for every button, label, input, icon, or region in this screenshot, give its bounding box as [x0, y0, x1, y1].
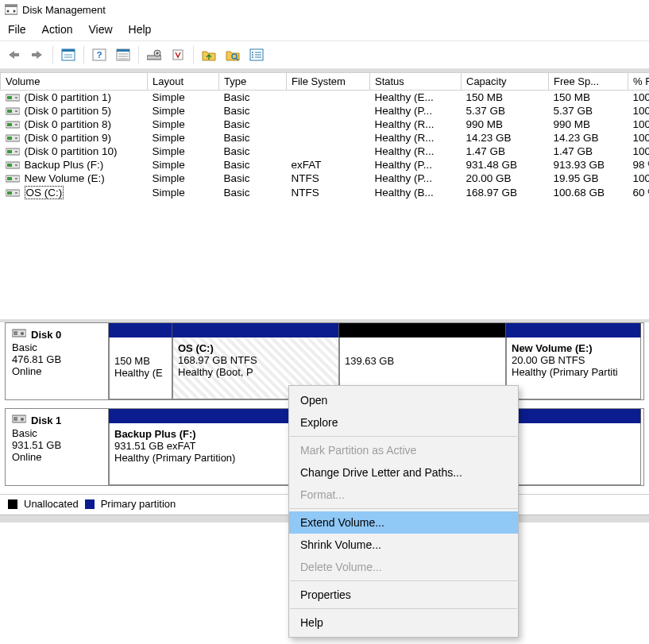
svg-rect-7	[62, 49, 75, 52]
menu-item[interactable]: Change Drive Letter and Paths...	[289, 461, 518, 484]
svg-rect-58	[14, 417, 17, 421]
volume-free: 14.23 GB	[549, 131, 628, 145]
volume-layout: Simple	[148, 91, 219, 105]
volume-status: Healthy (B...	[370, 185, 462, 200]
volume-type: Basic	[219, 172, 287, 185]
volume-row[interactable]: (Disk 0 partition 1)SimpleBasicHealthy (…	[1, 91, 650, 105]
view-icon[interactable]	[113, 44, 133, 65]
forward-button[interactable]	[27, 44, 48, 65]
column-header[interactable]: Layout	[148, 73, 219, 91]
column-header[interactable]: % Free	[628, 73, 650, 91]
svg-rect-50	[15, 178, 17, 179]
menu-view[interactable]: View	[88, 23, 112, 36]
window-title: Disk Management	[22, 4, 106, 16]
volume-fs	[287, 104, 370, 118]
menu-item[interactable]: Open	[289, 389, 518, 411]
drive-icon	[6, 133, 20, 143]
volume-layout: Simple	[148, 104, 219, 118]
volume-row[interactable]: New Volume (E:)SimpleBasicNTFSHealthy (P…	[1, 172, 650, 185]
volume-free: 150 MB	[549, 91, 628, 105]
svg-point-24	[252, 52, 253, 53]
svg-rect-41	[15, 137, 17, 139]
list-icon[interactable]	[246, 44, 267, 65]
volume-list[interactable]: VolumeLayoutTypeFile SystemStatusCapacit…	[0, 69, 649, 322]
volume-type: Basic	[219, 104, 287, 118]
volume-type: Basic	[219, 158, 287, 172]
volume-capacity: 990 MB	[462, 118, 549, 131]
volume-fs: NTFS	[287, 185, 370, 200]
menubar: File Action View Help	[0, 21, 649, 41]
volume-capacity: 168.97 GB	[462, 185, 549, 200]
partition[interactable]: 150 MBHealthy (E	[109, 337, 172, 399]
volume-pct: 100 %	[628, 104, 650, 118]
refresh-icon[interactable]	[168, 44, 188, 65]
column-header[interactable]: Capacity	[462, 73, 549, 91]
volume-status: Healthy (P...	[370, 158, 462, 172]
properties-icon[interactable]	[58, 44, 79, 65]
volume-capacity: 1.47 GB	[462, 145, 549, 158]
volume-row[interactable]: (Disk 0 partition 10)SimpleBasicHealthy …	[1, 145, 650, 158]
partition[interactable]: New Volume (E:)20.00 GB NTFSHealthy (Pri…	[506, 337, 641, 399]
volume-row[interactable]: (Disk 0 partition 9)SimpleBasicHealthy (…	[1, 131, 650, 145]
volume-capacity: 931.48 GB	[462, 158, 549, 172]
svg-rect-47	[15, 164, 17, 166]
column-header[interactable]: Volume	[1, 73, 148, 91]
volume-name: (Disk 0 partition 9)	[25, 132, 112, 144]
back-button[interactable]	[3, 44, 24, 65]
disk-status: Online	[12, 365, 102, 377]
svg-rect-13	[117, 49, 129, 52]
disk-label[interactable]: Disk 0Basic476.81 GBOnline	[6, 323, 109, 399]
disk-label[interactable]: Disk 1Basic931.51 GBOnline	[6, 409, 109, 485]
volume-row[interactable]: (Disk 0 partition 5)SimpleBasicHealthy (…	[1, 104, 650, 118]
volume-free: 913.93 GB	[549, 158, 628, 172]
drive-icon	[6, 174, 20, 183]
svg-rect-38	[15, 124, 17, 125]
svg-rect-37	[7, 123, 12, 126]
volume-status: Healthy (R...	[370, 145, 462, 158]
volume-status: Healthy (E...	[370, 91, 462, 105]
legend-swatch-primary	[85, 499, 95, 509]
menu-item[interactable]: Extend Volume...	[289, 511, 518, 523]
volume-row[interactable]: (Disk 0 partition 8)SimpleBasicHealthy (…	[1, 118, 650, 131]
svg-rect-52	[7, 191, 12, 195]
legend-swatch-unallocated	[8, 499, 17, 509]
svg-rect-44	[15, 151, 17, 152]
column-header[interactable]: File System	[287, 73, 370, 91]
partition-size: 139.63 GB	[345, 355, 500, 367]
menu-item[interactable]: Explore	[289, 411, 518, 434]
help-icon[interactable]: ?	[89, 44, 110, 65]
column-header[interactable]: Free Sp...	[549, 73, 628, 91]
volume-free: 1.47 GB	[549, 145, 628, 158]
volume-name: (Disk 0 partition 1)	[25, 91, 112, 103]
svg-rect-55	[14, 331, 17, 335]
volume-fs: exFAT	[287, 158, 370, 172]
svg-rect-53	[15, 192, 17, 194]
svg-rect-35	[15, 110, 17, 112]
volume-capacity: 150 MB	[462, 91, 549, 105]
menu-help[interactable]: Help	[129, 23, 152, 36]
legend-unallocated-label: Unallocated	[24, 498, 79, 510]
menu-file[interactable]: File	[8, 23, 26, 36]
folder-up-icon[interactable]	[199, 44, 219, 65]
svg-rect-5	[32, 53, 37, 56]
menu-divider	[290, 436, 517, 437]
volume-name: (Disk 0 partition 5)	[25, 105, 112, 117]
menu-item: Mark Partition as Active	[289, 439, 518, 461]
svg-rect-1	[5, 5, 17, 7]
svg-rect-32	[15, 97, 17, 98]
menu-divider	[290, 508, 517, 509]
settings-icon[interactable]	[144, 44, 164, 65]
legend-primary-label: Primary partition	[101, 498, 176, 510]
context-menu[interactable]: OpenExploreMark Partition as ActiveChang…	[288, 385, 519, 523]
column-header[interactable]: Status	[370, 73, 462, 91]
column-header[interactable]: Type	[219, 73, 287, 91]
volume-row[interactable]: Backup Plus (F:)SimpleBasicexFATHealthy …	[1, 158, 650, 172]
folder-search-icon[interactable]	[222, 44, 243, 65]
volume-capacity: 14.23 GB	[462, 131, 549, 145]
volume-row[interactable]: OS (C:)SimpleBasicNTFSHealthy (B...168.9…	[1, 185, 650, 200]
volume-layout: Simple	[148, 158, 219, 172]
partition-name: OS (C:)	[178, 342, 334, 354]
volume-type: Basic	[219, 145, 287, 158]
menu-action[interactable]: Action	[42, 23, 73, 36]
disk-icon	[12, 414, 26, 427]
